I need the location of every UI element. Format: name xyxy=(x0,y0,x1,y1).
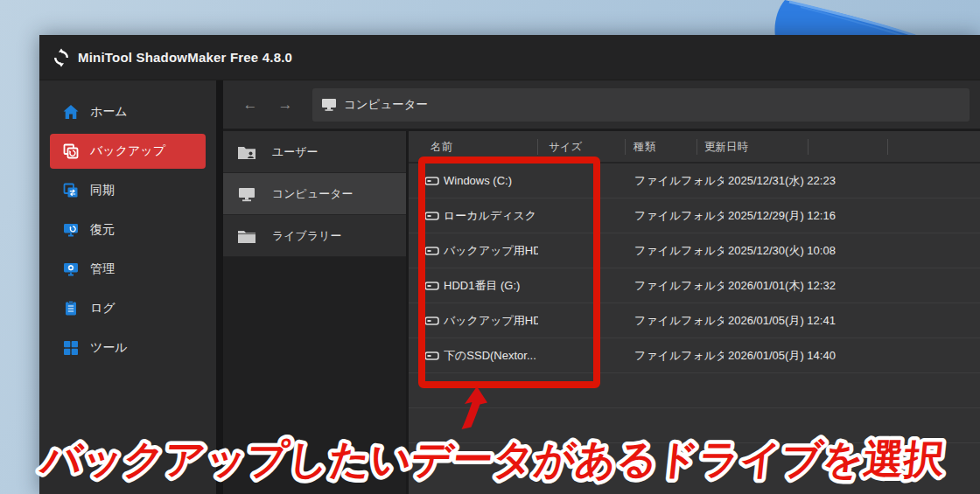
type-cell: ファイルフォルダ xyxy=(626,243,724,259)
drive-icon xyxy=(424,211,439,221)
empty-row xyxy=(409,373,980,408)
drive-name-cell: Windows (C:) xyxy=(409,174,538,187)
minitool-logo-icon xyxy=(52,48,71,67)
table-row[interactable]: Windows (C:) ファイルフォルダ 2025/12/31(水) 22:2… xyxy=(409,164,980,198)
user-folder-icon xyxy=(237,144,256,160)
folder-item-library[interactable]: ライブラリー xyxy=(223,215,406,257)
sidebar-divider xyxy=(216,80,223,494)
table-row[interactable]: バックアップ用HD... ファイルフォルダ 2026/01/05(月) 12:4… xyxy=(409,303,980,338)
folder-icon xyxy=(237,228,256,244)
drive-name-cell: バックアップ用HD... xyxy=(409,243,538,259)
drive-name-cell: 下のSSD(Nextor... xyxy=(409,348,538,364)
backup-icon xyxy=(62,143,80,160)
folder-item-computer[interactable]: コンピューター xyxy=(223,173,406,215)
type-cell: ファイルフォルダ xyxy=(626,278,724,294)
modified-cell: 2025/12/31(水) 22:23 xyxy=(724,173,850,189)
sidebar-item-label: ログ xyxy=(90,301,116,317)
column-header-modified[interactable]: 更新日時 xyxy=(697,139,808,155)
drive-name: Windows (C:) xyxy=(444,174,512,187)
table-row[interactable]: バックアップ用HD... ファイルフォルダ 2025/12/30(火) 10:0… xyxy=(409,233,980,268)
drive-name: ローカルディスク (D:) xyxy=(444,208,538,224)
modified-cell: 2026/01/05(月) 14:40 xyxy=(724,348,850,364)
main-area: ← → コンピューター xyxy=(223,80,980,494)
table-row[interactable]: HDD1番目 (G:) ファイルフォルダ 2026/01/01(木) 12:32 xyxy=(409,268,980,303)
type-cell: ファイルフォルダ xyxy=(626,313,724,329)
sidebar-item-tools[interactable]: ツール xyxy=(50,330,206,365)
drive-name: バックアップ用HD... xyxy=(444,243,538,259)
sidebar-item-label: バックアップ xyxy=(90,143,165,159)
drive-name: HDD1番目 (G:) xyxy=(444,278,520,294)
computer-icon xyxy=(321,98,337,112)
type-cell: ファイルフォルダ xyxy=(626,173,724,189)
log-icon xyxy=(62,300,80,317)
sidebar-item-manage[interactable]: 管理 xyxy=(50,252,206,287)
type-cell: ファイルフォルダ xyxy=(626,208,724,224)
folder-item-label: ライブラリー xyxy=(272,228,342,244)
modified-cell: 2025/12/30(火) 10:08 xyxy=(724,243,850,259)
drive-name: 下のSSD(Nextor... xyxy=(444,348,536,364)
sidebar: ホーム バックアップ xyxy=(39,80,216,494)
folder-panel: ユーザー コンピューター xyxy=(223,131,409,494)
address-text: コンピューター xyxy=(344,97,428,113)
column-header-extra xyxy=(808,139,888,155)
titlebar[interactable]: MiniTool ShadowMaker Free 4.8.0 xyxy=(39,35,980,80)
desktop: MiniTool ShadowMaker Free 4.8.0 ホーム xyxy=(0,0,980,494)
address-bar[interactable]: コンピューター xyxy=(312,88,970,122)
table-row[interactable]: 下のSSD(Nextor... ファイルフォルダ 2026/01/05(月) 1… xyxy=(409,338,980,373)
file-table: 名前 サイズ 種類 更新日時 xyxy=(409,131,980,494)
sidebar-item-label: 管理 xyxy=(90,261,115,277)
table-row[interactable]: ローカルディスク (D:) ファイルフォルダ 2025/12/29(月) 12:… xyxy=(409,198,980,233)
sidebar-item-home[interactable]: ホーム xyxy=(50,94,206,129)
wallpaper-bloom xyxy=(0,0,980,37)
modified-cell: 2026/01/01(木) 12:32 xyxy=(724,278,850,294)
column-header-name[interactable]: 名前 xyxy=(409,139,538,155)
restore-icon xyxy=(62,221,80,239)
modified-cell: 2025/12/29(月) 12:16 xyxy=(724,208,850,224)
modified-cell: 2026/01/05(月) 12:41 xyxy=(724,313,850,329)
sidebar-item-log[interactable]: ログ xyxy=(50,291,206,326)
tools-icon xyxy=(62,339,80,357)
navigation-bar: ← → コンピューター xyxy=(223,80,980,131)
sidebar-item-label: ホーム xyxy=(90,104,128,120)
drive-icon xyxy=(424,351,439,361)
forward-arrow-icon[interactable]: → xyxy=(272,96,298,114)
drive-icon xyxy=(424,176,439,186)
column-header-size[interactable]: サイズ xyxy=(538,139,626,155)
drive-name-cell: バックアップ用HD... xyxy=(409,313,538,329)
empty-row xyxy=(409,408,980,443)
sidebar-item-label: 復元 xyxy=(90,222,115,238)
drive-name: バックアップ用HD... xyxy=(444,313,538,329)
app-window: MiniTool ShadowMaker Free 4.8.0 ホーム xyxy=(39,35,980,494)
drive-name-cell: HDD1番目 (G:) xyxy=(409,278,538,294)
column-header-type[interactable]: 種類 xyxy=(626,139,697,155)
sidebar-item-backup[interactable]: バックアップ xyxy=(50,134,206,169)
home-icon xyxy=(62,103,80,121)
folder-item-users[interactable]: ユーザー xyxy=(223,131,406,173)
drive-icon xyxy=(424,246,439,256)
computer-icon xyxy=(237,186,256,202)
window-title: MiniTool ShadowMaker Free 4.8.0 xyxy=(78,50,292,65)
sidebar-item-label: 同期 xyxy=(90,183,115,198)
manage-icon xyxy=(62,261,80,278)
table-header: 名前 サイズ 種類 更新日時 xyxy=(409,131,980,164)
sync-icon xyxy=(62,182,80,199)
drive-icon xyxy=(424,281,439,291)
drive-icon xyxy=(424,316,439,326)
back-arrow-icon[interactable]: ← xyxy=(237,96,263,114)
sidebar-item-label: ツール xyxy=(90,340,128,356)
sidebar-item-restore[interactable]: 復元 xyxy=(50,212,206,247)
drive-name-cell: ローカルディスク (D:) xyxy=(409,208,538,224)
type-cell: ファイルフォルダ xyxy=(626,348,724,364)
sidebar-item-sync[interactable]: 同期 xyxy=(50,173,206,208)
folder-item-label: ユーザー xyxy=(272,144,318,160)
folder-item-label: コンピューター xyxy=(272,186,354,202)
